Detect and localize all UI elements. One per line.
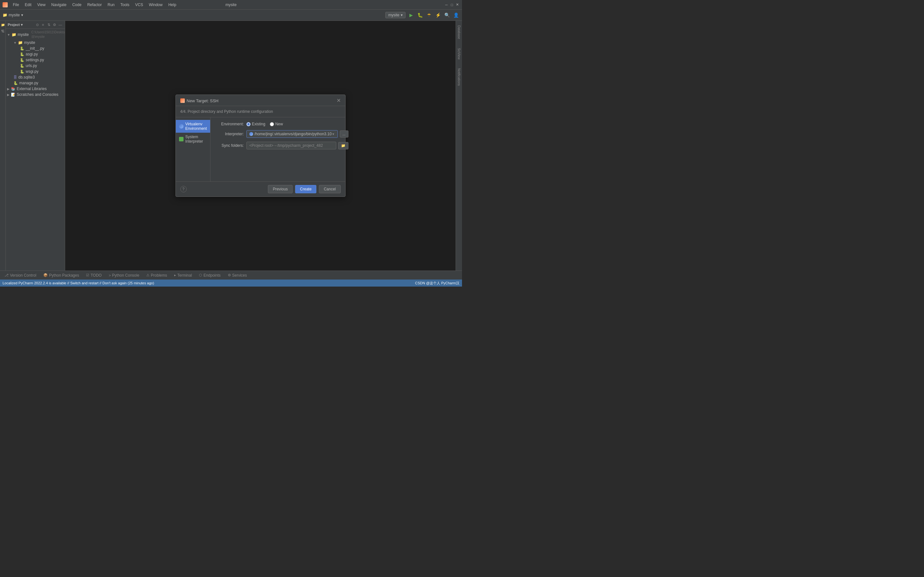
dialog-close-button[interactable]: ✕ [336,98,341,103]
tree-arrow-icon: ▶ [7,87,10,91]
right-activity-notifications[interactable]: Notifications [457,67,461,87]
tab-python-packages[interactable]: 📦 Python Packages [40,272,82,279]
system-interpreter-icon [179,137,184,141]
minimize-button[interactable]: ─ [444,3,449,7]
tree-external-libraries[interactable]: ▶ 📚 External Libraries [6,86,65,92]
tree-root-label: mysite [18,32,29,37]
interpreter-browse-button[interactable]: ... [340,131,349,137]
tab-python-console[interactable]: > Python Console [105,272,142,279]
title-bar-left: File Edit View Navigate Code Refactor Ru… [3,2,179,8]
sidebar-actions: ⊙ ≡ ⇅ ⚙ — [35,22,63,27]
list-item[interactable]: 🐍 wsgi.py [6,69,65,74]
coverage-button[interactable]: ☂ [425,11,433,19]
list-item[interactable]: 🗄 db.sqlite3 [6,74,65,80]
dialog-subtitle: 4/4. Project directory and Python runtim… [176,106,345,117]
python-packages-icon: 📦 [43,273,48,277]
menu-file[interactable]: File [10,2,21,8]
tree-arrow-icon: ▶ [7,93,10,97]
list-item[interactable]: 🐍 settings.py [6,57,65,63]
menu-refactor[interactable]: Refactor [85,2,104,8]
virtualenv-icon [179,124,184,129]
dialog-body: Virtualenv Environment System Interprete… [176,117,345,181]
sync-folders-row: Sync folders: <Project root>→/tmp/pychar… [215,142,349,149]
run-button[interactable]: ▶ [407,11,415,19]
menu-run[interactable]: Run [105,2,117,8]
python-file-icon: 🐍 [13,81,18,85]
project-selector[interactable]: 📁 mysite ▾ [3,13,23,17]
version-control-icon: ⎇ [5,273,9,277]
toolbar: 📁 mysite ▾ mysite ▾ ▶ 🐛 ☂ ⚡ 🔍 👤 [0,10,462,21]
activity-bar: 📁 🏗 [0,21,6,271]
run-config-selector[interactable]: mysite ▾ [385,12,405,18]
nav-virtualenv-label: Virtualenv Environment [186,122,207,131]
interpreter-select-text: /home/jing/.virtualenvs/django/bin/pytho… [249,132,332,136]
tree-item-label: manage.py [19,81,38,85]
menu-navigate[interactable]: Navigate [49,2,69,8]
search-button[interactable]: 🔍 [443,11,451,19]
menu-vcs[interactable]: VCS [132,2,145,8]
list-item[interactable]: 🐍 __init__.py [6,45,65,51]
sidebar-locate-btn[interactable]: ⊙ [35,22,40,27]
menu-tools[interactable]: Tools [118,2,132,8]
sidebar-settings-btn[interactable]: ⚙ [52,22,57,27]
nav-system-interpreter[interactable]: System Interpreter [176,133,210,145]
interpreter-dropdown-icon: ▼ [332,132,335,136]
list-item[interactable]: 🐍 asgi.py [6,51,65,57]
terminal-icon: ▸ [174,273,176,277]
sidebar-close-btn[interactable]: — [58,22,63,27]
radio-existing[interactable] [246,122,250,126]
sidebar-collapse-btn[interactable]: ⇅ [46,22,51,27]
previous-button[interactable]: Previous [268,185,292,193]
todo-icon: ☑ [86,273,89,277]
library-icon: 📚 [11,87,15,91]
menu-view[interactable]: View [35,2,48,8]
list-item[interactable]: 🐍 urls.py [6,63,65,69]
sidebar-title-label: Project [8,23,19,27]
activity-project[interactable]: 📁 [0,22,5,27]
close-button[interactable]: ✕ [455,3,459,7]
activity-structure[interactable]: 🏗 [0,29,5,34]
tab-version-control[interactable]: ⎇ Version Control [1,272,39,279]
debug-button[interactable]: 🐛 [417,11,423,19]
create-button[interactable]: Create [295,185,317,193]
right-activity-sciview[interactable]: SciView [457,47,461,61]
account-button[interactable]: 👤 [452,11,459,19]
help-button[interactable]: ? [180,186,187,192]
radio-existing-label[interactable]: Existing [246,122,265,126]
radio-new[interactable] [270,122,274,126]
maximize-button[interactable]: □ [450,3,454,7]
tab-services[interactable]: ⚙ Services [225,272,250,279]
menu-window[interactable]: Window [146,2,165,8]
tree-mysite-folder[interactable]: ▼ 📁 mysite [6,40,65,45]
ssh-target-dialog: New Target: SSH ✕ 4/4. Project directory… [176,95,346,197]
menu-code[interactable]: Code [69,2,84,8]
radio-new-label[interactable]: New [270,122,283,126]
profile-button[interactable]: ⚡ [435,11,441,19]
cancel-button[interactable]: Cancel [319,185,341,193]
tab-python-console-label: Python Console [112,273,139,277]
dialog-title-text: New Target: SSH [187,98,218,103]
tree-root-item[interactable]: ▼ 📁 mysite C:\Users\15011\Desktop\项目\mys… [6,29,65,40]
right-activity-database[interactable]: Database [457,24,461,40]
nav-virtualenv[interactable]: Virtualenv Environment [176,120,210,133]
sync-folders-input[interactable]: <Project root>→/tmp/pycharm_project_482 [246,142,336,149]
sync-folders-browse-button[interactable]: 📁 [338,142,349,149]
interpreter-select[interactable]: /home/jing/.virtualenvs/django/bin/pytho… [246,130,338,138]
tab-terminal[interactable]: ▸ Terminal [171,272,195,279]
dialog-title-icon [180,98,185,103]
tab-endpoints-label: Endpoints [204,273,220,277]
status-bar: Localized PyCharm 2022.2.4 is available … [0,279,462,287]
menu-help[interactable]: Help [166,2,179,8]
interpreter-control: /home/jing/.virtualenvs/django/bin/pytho… [246,130,349,138]
tab-todo[interactable]: ☑ TODO [83,272,105,279]
dialog-title: New Target: SSH [180,98,218,103]
menu-bar: File Edit View Navigate Code Refactor Ru… [10,2,179,8]
project-folder-icon: 📁 [3,13,7,17]
tab-endpoints[interactable]: ⬡ Endpoints [196,272,224,279]
list-item[interactable]: 🐍 manage.py [6,80,65,86]
python-file-icon: 🐍 [20,52,24,56]
tree-scratches[interactable]: ▶ 📝 Scratches and Consoles [6,92,65,97]
sidebar-expand-btn[interactable]: ≡ [40,22,45,27]
menu-edit[interactable]: Edit [22,2,34,8]
tab-problems[interactable]: ⚠ Problems [143,272,170,279]
